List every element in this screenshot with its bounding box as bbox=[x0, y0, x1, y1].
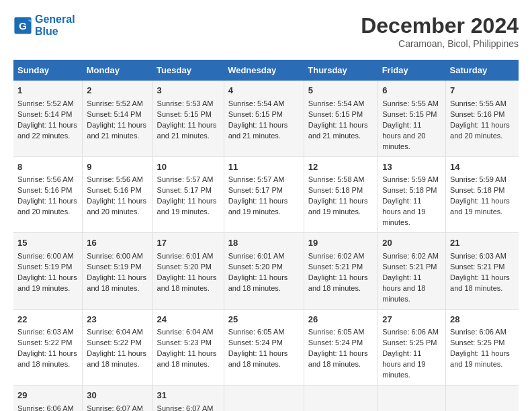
day-number: 30 bbox=[87, 390, 148, 402]
calendar-cell: 23 Sunrise: 6:04 AM Sunset: 5:22 PM Dayl… bbox=[83, 309, 152, 385]
daylight: Daylight: 11 hours and 19 minutes. bbox=[17, 273, 77, 292]
sunrise: Sunrise: 6:07 AM bbox=[157, 404, 214, 411]
day-number: 17 bbox=[157, 237, 220, 250]
daylight: Daylight: 11 hours and 18 minutes. bbox=[228, 349, 288, 368]
sunset: Sunset: 5:22 PM bbox=[17, 338, 72, 347]
daylight: Daylight: 11 hours and 19 minutes. bbox=[228, 197, 288, 216]
logo: G General Blue bbox=[13, 13, 75, 37]
calendar-cell: 21 Sunrise: 6:03 AM Sunset: 5:21 PM Dayl… bbox=[446, 233, 519, 310]
calendar-cell: 9 Sunrise: 5:56 AM Sunset: 5:16 PM Dayli… bbox=[83, 156, 152, 233]
sunrise: Sunrise: 6:03 AM bbox=[17, 328, 74, 336]
calendar-cell: 27 Sunrise: 6:06 AM Sunset: 5:25 PM Dayl… bbox=[378, 309, 446, 385]
daylight: Daylight: 11 hours and 19 minutes. bbox=[382, 349, 425, 379]
table-row: 8 Sunrise: 5:56 AM Sunset: 5:16 PM Dayli… bbox=[13, 156, 519, 233]
svg-text:G: G bbox=[19, 19, 27, 31]
day-number: 12 bbox=[308, 161, 373, 174]
sunrise: Sunrise: 5:58 AM bbox=[308, 175, 365, 183]
sunset: Sunset: 5:18 PM bbox=[450, 186, 504, 194]
daylight: Daylight: 11 hours and 22 minutes. bbox=[17, 121, 77, 140]
col-thursday: Thursday bbox=[304, 60, 378, 81]
sunrise: Sunrise: 5:52 AM bbox=[17, 99, 74, 107]
sunrise: Sunrise: 6:03 AM bbox=[450, 252, 506, 260]
sunset: Sunset: 5:21 PM bbox=[382, 263, 437, 271]
sunset: Sunset: 5:21 PM bbox=[450, 263, 504, 271]
sunset: Sunset: 5:24 PM bbox=[308, 338, 363, 347]
sunrise: Sunrise: 5:59 AM bbox=[382, 175, 439, 183]
day-number: 1 bbox=[17, 85, 78, 97]
sunset: Sunset: 5:16 PM bbox=[450, 110, 504, 118]
day-number: 13 bbox=[382, 161, 441, 174]
daylight: Daylight: 11 hours and 18 minutes. bbox=[308, 273, 368, 292]
calendar-cell: 22 Sunrise: 6:03 AM Sunset: 5:22 PM Dayl… bbox=[13, 309, 83, 385]
col-saturday: Saturday bbox=[446, 60, 519, 81]
daylight: Daylight: 11 hours and 20 minutes. bbox=[87, 197, 146, 216]
table-row: 1 Sunrise: 5:52 AM Sunset: 5:14 PM Dayli… bbox=[13, 81, 519, 156]
sunset: Sunset: 5:14 PM bbox=[87, 110, 141, 118]
day-number: 3 bbox=[157, 85, 220, 97]
sunrise: Sunrise: 6:00 AM bbox=[17, 252, 74, 260]
calendar-cell bbox=[304, 385, 378, 411]
sunrise: Sunrise: 6:01 AM bbox=[228, 252, 285, 260]
sunrise: Sunrise: 6:02 AM bbox=[308, 252, 365, 260]
sunrise: Sunrise: 5:55 AM bbox=[382, 99, 439, 107]
calendar-cell: 1 Sunrise: 5:52 AM Sunset: 5:14 PM Dayli… bbox=[13, 81, 83, 156]
calendar-cell: 20 Sunrise: 6:02 AM Sunset: 5:21 PM Dayl… bbox=[378, 233, 446, 310]
daylight: Daylight: 11 hours and 21 minutes. bbox=[228, 121, 288, 140]
calendar-cell: 4 Sunrise: 5:54 AM Sunset: 5:15 PM Dayli… bbox=[224, 81, 304, 156]
sunset: Sunset: 5:18 PM bbox=[382, 186, 437, 194]
calendar-cell: 12 Sunrise: 5:58 AM Sunset: 5:18 PM Dayl… bbox=[304, 156, 378, 233]
calendar-cell: 28 Sunrise: 6:06 AM Sunset: 5:25 PM Dayl… bbox=[446, 309, 519, 385]
day-number: 4 bbox=[228, 85, 300, 97]
sunrise: Sunrise: 6:04 AM bbox=[157, 328, 214, 336]
sunset: Sunset: 5:20 PM bbox=[157, 263, 212, 271]
calendar-cell: 30 Sunrise: 6:07 AM Sunset: 5:26 PM Dayl… bbox=[83, 385, 152, 411]
sunset: Sunset: 5:25 PM bbox=[450, 338, 504, 347]
calendar-cell: 6 Sunrise: 5:55 AM Sunset: 5:15 PM Dayli… bbox=[378, 81, 446, 156]
day-number: 7 bbox=[450, 85, 515, 97]
day-number: 28 bbox=[450, 314, 515, 326]
daylight: Daylight: 11 hours and 18 minutes. bbox=[228, 273, 288, 292]
table-row: 22 Sunrise: 6:03 AM Sunset: 5:22 PM Dayl… bbox=[13, 309, 519, 385]
daylight: Daylight: 11 hours and 20 minutes. bbox=[382, 121, 425, 150]
calendar-cell: 15 Sunrise: 6:00 AM Sunset: 5:19 PM Dayl… bbox=[13, 233, 83, 310]
location: Caramoan, Bicol, Philippines bbox=[361, 38, 519, 49]
calendar-table: Sunday Monday Tuesday Wednesday Thursday… bbox=[13, 60, 519, 411]
daylight: Daylight: 11 hours and 21 minutes. bbox=[157, 121, 217, 140]
daylight: Daylight: 11 hours and 20 minutes. bbox=[450, 121, 510, 140]
page-container: G General Blue December 2024 Caramoan, B… bbox=[13, 13, 519, 411]
calendar-cell: 16 Sunrise: 6:00 AM Sunset: 5:19 PM Dayl… bbox=[83, 233, 152, 310]
day-number: 8 bbox=[17, 161, 78, 174]
daylight: Daylight: 11 hours and 18 minutes. bbox=[157, 273, 217, 292]
day-number: 16 bbox=[87, 237, 148, 250]
day-number: 22 bbox=[17, 314, 78, 326]
daylight: Daylight: 11 hours and 18 minutes. bbox=[308, 349, 368, 368]
sunset: Sunset: 5:21 PM bbox=[308, 263, 363, 271]
calendar-cell: 8 Sunrise: 5:56 AM Sunset: 5:16 PM Dayli… bbox=[13, 156, 83, 233]
calendar-cell: 3 Sunrise: 5:53 AM Sunset: 5:15 PM Dayli… bbox=[152, 81, 224, 156]
calendar-cell: 5 Sunrise: 5:54 AM Sunset: 5:15 PM Dayli… bbox=[304, 81, 378, 156]
calendar-cell: 13 Sunrise: 5:59 AM Sunset: 5:18 PM Dayl… bbox=[378, 156, 446, 233]
sunset: Sunset: 5:17 PM bbox=[228, 186, 283, 194]
sunrise: Sunrise: 6:04 AM bbox=[87, 328, 143, 336]
col-tuesday: Tuesday bbox=[152, 60, 224, 81]
title-block: December 2024 Caramoan, Bicol, Philippin… bbox=[361, 13, 519, 49]
day-number: 27 bbox=[382, 314, 441, 326]
day-number: 26 bbox=[308, 314, 373, 326]
calendar-cell: 17 Sunrise: 6:01 AM Sunset: 5:20 PM Dayl… bbox=[152, 233, 224, 310]
sunrise: Sunrise: 5:52 AM bbox=[87, 99, 143, 107]
day-number: 11 bbox=[228, 161, 300, 174]
daylight: Daylight: 11 hours and 18 minutes. bbox=[450, 273, 510, 292]
calendar-cell bbox=[224, 385, 304, 411]
col-wednesday: Wednesday bbox=[224, 60, 304, 81]
daylight: Daylight: 11 hours and 18 minutes. bbox=[382, 273, 425, 303]
sunrise: Sunrise: 6:01 AM bbox=[157, 252, 214, 260]
calendar-cell: 2 Sunrise: 5:52 AM Sunset: 5:14 PM Dayli… bbox=[83, 81, 152, 156]
sunrise: Sunrise: 5:57 AM bbox=[228, 175, 285, 183]
sunrise: Sunrise: 6:06 AM bbox=[450, 328, 506, 336]
calendar-cell: 18 Sunrise: 6:01 AM Sunset: 5:20 PM Dayl… bbox=[224, 233, 304, 310]
sunset: Sunset: 5:18 PM bbox=[308, 186, 363, 194]
col-monday: Monday bbox=[83, 60, 152, 81]
daylight: Daylight: 11 hours and 19 minutes. bbox=[382, 197, 425, 226]
day-number: 5 bbox=[308, 85, 373, 97]
col-friday: Friday bbox=[378, 60, 446, 81]
